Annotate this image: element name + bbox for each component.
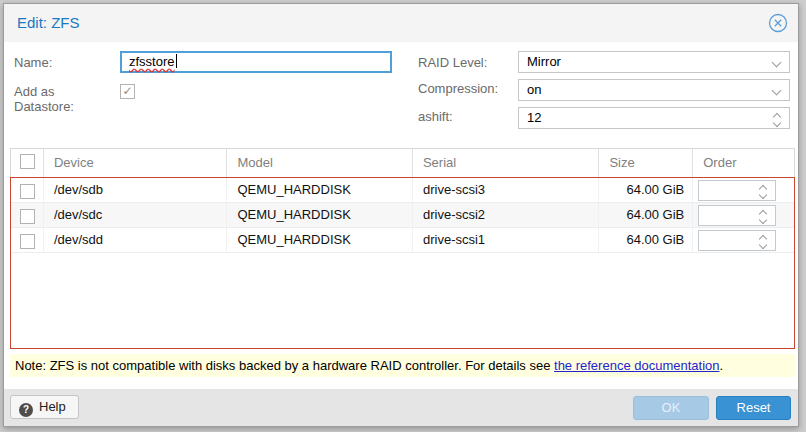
spinner-down-icon[interactable] xyxy=(759,191,767,199)
disk-table-body: /dev/sdb QEMU_HARDDISK drive-scsi3 64.00… xyxy=(10,177,795,349)
cell-serial: drive-scsi1 xyxy=(413,228,600,252)
cell-model: QEMU_HARDDISK xyxy=(227,203,413,227)
cell-size: 64.00 GiB xyxy=(599,228,693,252)
row-checkbox-cell xyxy=(11,203,44,227)
ashift-spinner[interactable]: 12 xyxy=(518,107,790,129)
column-header-model[interactable]: Model xyxy=(227,149,413,177)
name-input-value: zfsstore xyxy=(129,54,175,69)
cell-serial: drive-scsi3 xyxy=(413,178,600,202)
cell-order xyxy=(693,228,794,252)
reference-documentation-link[interactable]: the reference documentation xyxy=(554,358,720,373)
ok-button[interactable]: OK xyxy=(633,396,709,420)
add-as-datastore-checkbox[interactable]: ✓ xyxy=(120,84,135,99)
edit-zfs-dialog: Edit: ZFS Name: zfsstore Add as Datastor… xyxy=(3,3,799,427)
close-icon[interactable] xyxy=(768,13,788,33)
name-label: Name: xyxy=(14,55,52,70)
dialog-header: Edit: ZFS xyxy=(4,4,798,42)
order-input[interactable] xyxy=(698,230,776,251)
table-row[interactable]: /dev/sdb QEMU_HARDDISK drive-scsi3 64.00… xyxy=(11,178,794,203)
cell-size: 64.00 GiB xyxy=(599,178,693,202)
ashift-label: ashift: xyxy=(418,109,453,124)
select-all-checkbox[interactable] xyxy=(20,154,35,169)
raid-level-value: Mirror xyxy=(527,54,561,69)
cell-device: /dev/sdb xyxy=(44,178,228,202)
ok-button-label: OK xyxy=(662,400,681,415)
cell-order xyxy=(693,178,794,202)
reset-button[interactable]: Reset xyxy=(716,396,791,420)
compression-value: on xyxy=(527,82,541,97)
row-checkbox[interactable] xyxy=(20,209,35,224)
cell-device: /dev/sdd xyxy=(44,228,228,252)
question-icon: ? xyxy=(19,403,33,417)
reset-button-label: Reset xyxy=(737,400,771,415)
spinner-down-icon[interactable] xyxy=(759,241,767,249)
row-checkbox-cell xyxy=(11,178,44,202)
order-input[interactable] xyxy=(698,180,776,201)
table-row[interactable]: /dev/sdc QEMU_HARDDISK drive-scsi2 64.00… xyxy=(11,203,794,228)
check-icon: ✓ xyxy=(122,84,132,98)
cell-model: QEMU_HARDDISK xyxy=(227,228,413,252)
spinner-down-icon[interactable] xyxy=(773,119,781,127)
header-checkbox-cell xyxy=(11,149,44,177)
row-checkbox-cell xyxy=(11,228,44,252)
disk-table-header: Device Model Serial Size Order xyxy=(10,148,795,177)
note-text-after: . xyxy=(720,358,724,373)
column-header-order[interactable]: Order xyxy=(693,149,794,177)
raid-level-select[interactable]: Mirror xyxy=(518,51,790,73)
cell-order xyxy=(693,203,794,227)
dialog-footer: ?Help OK Reset xyxy=(4,389,798,426)
cell-size: 64.00 GiB xyxy=(599,203,693,227)
column-header-size[interactable]: Size xyxy=(599,149,693,177)
column-header-serial[interactable]: Serial xyxy=(413,149,600,177)
add-as-datastore-label: Add as Datastore: xyxy=(14,84,106,114)
dialog-title: Edit: ZFS xyxy=(17,14,80,31)
help-button[interactable]: ?Help xyxy=(10,395,79,419)
chevron-down-icon xyxy=(772,86,782,96)
order-input[interactable] xyxy=(698,205,776,226)
spinner-down-icon[interactable] xyxy=(759,216,767,224)
note-text: Note: ZFS is not compatible with disks b… xyxy=(15,358,554,373)
row-checkbox[interactable] xyxy=(20,184,35,199)
cell-model: QEMU_HARDDISK xyxy=(227,178,413,202)
help-button-label: Help xyxy=(39,399,66,414)
compression-label: Compression: xyxy=(418,81,498,96)
name-input[interactable]: zfsstore xyxy=(120,51,392,73)
compression-select[interactable]: on xyxy=(518,79,790,101)
text-cursor xyxy=(176,54,177,68)
table-row[interactable]: /dev/sdd QEMU_HARDDISK drive-scsi1 64.00… xyxy=(11,228,794,253)
column-header-device[interactable]: Device xyxy=(44,149,228,177)
chevron-down-icon xyxy=(772,58,782,68)
raid-level-label: RAID Level: xyxy=(418,55,487,70)
cell-device: /dev/sdc xyxy=(44,203,228,227)
cell-serial: drive-scsi2 xyxy=(413,203,600,227)
ashift-value: 12 xyxy=(527,110,541,125)
row-checkbox[interactable] xyxy=(20,234,35,249)
note-bar: Note: ZFS is not compatible with disks b… xyxy=(10,354,795,377)
